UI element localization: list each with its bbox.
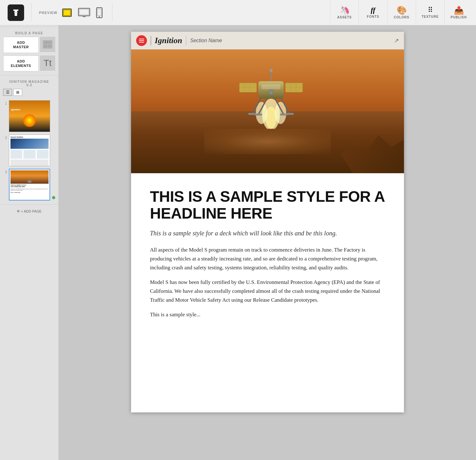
add-master-button[interactable]: ADD MASTER <box>3 37 39 53</box>
svg-rect-9 <box>44 41 51 44</box>
page-item-3[interactable]: 3 This is a sample stylefor a headline h… <box>0 168 58 202</box>
assets-tool[interactable]: 🦄 ASSETS <box>330 0 359 25</box>
build-page-label: BUILD A PAGE <box>0 28 58 37</box>
publish-icon: 📤 <box>454 6 464 14</box>
add-page-icon: ⊕ <box>17 209 20 213</box>
svg-rect-3 <box>78 8 90 16</box>
master-preview-icon <box>40 37 55 52</box>
thumb-2-img <box>10 139 49 149</box>
thumb-2-cols <box>10 150 49 159</box>
device-desktop-button[interactable] <box>76 6 92 20</box>
add-elements-button[interactable]: ADD ELEMENTS <box>3 56 39 72</box>
assets-label: ASSETS <box>337 16 352 19</box>
add-page-button[interactable]: ⊕ + ADD PAGE <box>0 206 58 216</box>
svg-point-7 <box>99 16 100 17</box>
svg-point-13 <box>265 107 277 129</box>
app-logo[interactable] <box>3 4 29 21</box>
svg-point-34 <box>269 69 273 72</box>
thumb-2-col-3 <box>37 150 49 159</box>
header-separator-2 <box>186 36 186 45</box>
thumb-3-hero <box>10 170 49 184</box>
view-toggle: ☰ ⊞ <box>0 89 58 98</box>
texture-icon: ⠿ <box>428 7 433 14</box>
svg-rect-35 <box>261 84 281 89</box>
ignition-logo-icon <box>136 35 147 46</box>
elements-preview-icon: Tt <box>40 56 55 71</box>
content-area: Ignition Section Name ↗ <box>59 25 476 460</box>
article-headline: THIS IS A SAMPLE STYLE FOR A HEADLINE HE… <box>150 188 385 222</box>
hamburger-icon <box>139 39 144 43</box>
page-thumb-2: Sample Headline <box>9 135 50 166</box>
main-area: BUILD A PAGE ADD MASTER ADD ELEMENTS Tt … <box>0 25 476 460</box>
svg-rect-23 <box>286 113 294 115</box>
thumb-2-col-2 <box>23 150 35 159</box>
page-number-3: 3 <box>3 169 7 174</box>
toolbar-divider-2 <box>112 3 112 22</box>
mars-lander <box>236 59 306 129</box>
toolbar-divider-1 <box>31 3 31 22</box>
assets-icon: 🦄 <box>340 6 350 14</box>
preview-label: PREVIEW <box>39 11 57 15</box>
device-phone-button[interactable] <box>94 6 104 20</box>
svg-rect-4 <box>79 9 89 15</box>
svg-rect-6 <box>97 9 101 16</box>
thumb-3-headline: This is a sample stylefor a headline her… <box>10 185 49 188</box>
article-deck: This is a sample style for a deck which … <box>150 228 385 238</box>
magazine-label: IGNITION MAGAZINE V.3 <box>0 77 58 89</box>
share-button[interactable]: ↗ <box>394 37 399 44</box>
doc-hero-image <box>131 49 404 173</box>
sidebar: BUILD A PAGE ADD MASTER ADD ELEMENTS Tt … <box>0 25 59 460</box>
document-page: Ignition Section Name ↗ <box>131 32 404 412</box>
doc-title: Ignition <box>155 36 182 45</box>
svg-rect-2 <box>63 10 70 16</box>
publish-tool[interactable]: 📤 PUBLISH <box>444 0 473 25</box>
texture-tool[interactable]: ⠿ TEXTURE <box>416 0 444 25</box>
fonts-icon: ff <box>371 7 375 14</box>
device-tablet-button[interactable] <box>60 6 74 20</box>
fonts-tool[interactable]: ff FONTS <box>359 0 387 25</box>
page-thumb-1: Ignition <box>9 100 50 132</box>
sidebar-top-divider <box>0 27 58 27</box>
doc-header: Ignition Section Name ↗ <box>131 32 404 49</box>
thumb-2-col-1 <box>10 150 22 159</box>
publish-label: PUBLISH <box>451 16 467 19</box>
svg-rect-21 <box>255 114 262 115</box>
toolbar: PREVIEW 🦄 ASSETS <box>0 0 476 25</box>
toolbar-right: 🦄 ASSETS ff FONTS 🎨 COLORS ⠿ TEXTURE 📤 P… <box>330 0 473 25</box>
page-list: 1 Ignition 2 Sample Headline <box>0 98 58 203</box>
sidebar-bottom-divider <box>0 204 58 205</box>
sidebar-mid-divider <box>0 75 58 76</box>
fonts-label: FONTS <box>367 15 379 18</box>
page-number-2: 2 <box>3 135 7 140</box>
thumb-3-lander <box>27 180 32 183</box>
logo-icon <box>8 4 24 21</box>
thumb-1-title: Ignition <box>9 107 22 112</box>
grid-view-button[interactable]: ⊞ <box>13 89 22 96</box>
list-view-button[interactable]: ☰ <box>3 89 12 96</box>
add-elements-row: ADD ELEMENTS Tt <box>0 56 58 74</box>
article-paragraph-3: This is a sample style... <box>150 310 385 319</box>
page-item-2[interactable]: 2 Sample Headline <box>0 133 58 168</box>
article-paragraph-1: All aspects of the Model S program remai… <box>150 246 385 272</box>
svg-point-36 <box>268 90 274 95</box>
add-master-row: ADD MASTER <box>0 37 58 56</box>
sun-circle <box>23 114 36 127</box>
dust-cloud <box>204 129 331 154</box>
colors-tool[interactable]: 🎨 COLORS <box>387 0 416 25</box>
preview-section: PREVIEW <box>34 6 109 20</box>
svg-rect-11 <box>48 44 51 48</box>
texture-label: TEXTURE <box>422 15 439 18</box>
article-paragraph-2: Model S has now been fully certified by … <box>150 278 385 305</box>
thumb-2-headline: Sample Headline <box>10 136 49 138</box>
svg-rect-10 <box>44 44 47 48</box>
page-number-1: 1 <box>3 100 7 105</box>
colors-label: COLORS <box>394 16 409 19</box>
page-thumb-3: This is a sample stylefor a headline her… <box>9 169 50 200</box>
thumb-3-subhead: This is a bold style <box>10 192 49 193</box>
page-item-1[interactable]: 1 Ignition <box>0 99 58 133</box>
header-separator-1 <box>151 36 151 45</box>
doc-section-name: Section Name <box>190 38 222 43</box>
thumb-3-body: All aspects of the Model S program remai… <box>10 188 49 191</box>
colors-icon: 🎨 <box>397 6 407 14</box>
active-page-dot <box>52 196 55 199</box>
